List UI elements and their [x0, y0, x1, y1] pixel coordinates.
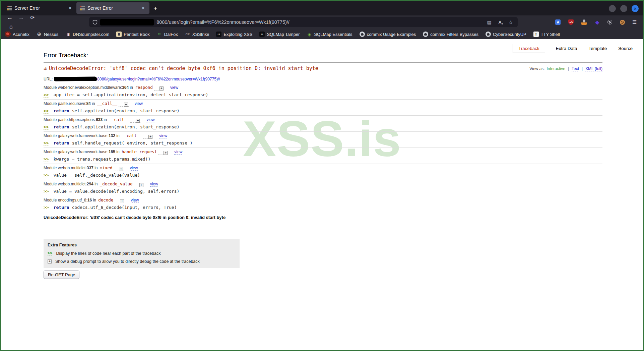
code-prompt[interactable]: >> — [44, 189, 49, 194]
expand-icon[interactable] — [124, 103, 128, 107]
page-action-icon[interactable] — [496, 18, 504, 26]
code-prompt[interactable]: >> — [44, 205, 49, 210]
tab-title: Server Error — [87, 5, 138, 11]
redaction — [54, 77, 97, 81]
bookmark-item[interactable]: commix Usage Examples — [360, 32, 416, 37]
module-label: Module — [44, 150, 57, 154]
expand-icon[interactable] — [148, 135, 152, 139]
bookmark-favicon — [116, 32, 122, 37]
view-link[interactable]: view — [135, 101, 143, 106]
url-text: 8080/user/login?email=%F6%22onmouseover=… — [156, 19, 289, 25]
bookmark-item[interactable]: DNSdumpster.com — [65, 32, 109, 37]
view-link[interactable]: view — [146, 117, 154, 122]
browser-tab[interactable]: Server Error ✕ — [3, 2, 76, 14]
extra-feature-icon[interactable]: >> — [48, 251, 52, 256]
traceback-nav-button[interactable]: Source — [618, 44, 633, 53]
extension-icon[interactable] — [568, 19, 574, 25]
traceback-frame: Module galaxy.web.framework.base185 in h… — [44, 148, 602, 164]
traceback-nav-button[interactable]: Extra Data — [555, 44, 578, 53]
expand-frame-button[interactable] — [134, 182, 144, 187]
window-control-button[interactable] — [609, 5, 616, 12]
bookmark-item[interactable]: Nessus — [37, 32, 58, 37]
expand-frame-button[interactable] — [143, 133, 153, 139]
extension-icon[interactable] — [581, 19, 587, 25]
module-label: Module — [44, 182, 57, 186]
traceback-nav-button[interactable]: Traceback — [513, 44, 545, 53]
code-prompt[interactable]: >> — [44, 124, 49, 130]
expand-frame-button[interactable] — [115, 198, 125, 203]
code-prompt[interactable]: >> — [44, 108, 49, 114]
window-controls — [609, 5, 641, 14]
code-prompt[interactable]: >> — [44, 140, 49, 146]
bookmark-item[interactable]: Pentest Book — [116, 32, 149, 37]
toolbar-nav-icon[interactable] — [5, 13, 15, 22]
code-text: self.application(environ, start_response… — [72, 124, 180, 129]
extension-icon[interactable] — [607, 20, 612, 24]
bookmark-item[interactable]: Exploiting XSS — [216, 32, 252, 37]
new-tab-button[interactable]: + — [149, 3, 162, 14]
expand-icon[interactable] — [120, 199, 124, 203]
bookmark-item[interactable]: TTY Shell — [533, 32, 560, 37]
view-link[interactable]: view — [170, 85, 178, 90]
traceback-frames: Module weberror.evalexception.middleware… — [44, 83, 602, 212]
bookmark-item[interactable]: SQLMap Essentials — [307, 32, 352, 37]
code-prompt[interactable]: >> — [44, 92, 49, 98]
page-action-icon[interactable] — [507, 18, 514, 26]
toolbar-nav-icon[interactable] — [27, 13, 38, 22]
expand-icon[interactable] — [136, 119, 140, 123]
page-action-icon[interactable] — [486, 18, 493, 26]
view-link[interactable]: view — [130, 166, 138, 171]
extension-icon[interactable] — [555, 19, 561, 25]
code-text: self.application(environ, start_response… — [72, 108, 180, 113]
address-bar[interactable]: 8080/user/login?email=%F6%22onmouseover=… — [89, 17, 518, 27]
view-link[interactable]: view — [150, 182, 158, 187]
expand-frame-button[interactable] — [158, 150, 168, 155]
bookmark-item[interactable]: Acunetix — [5, 32, 29, 37]
re-get-page-button[interactable]: Re-GET Page — [44, 271, 79, 279]
bookmark-item[interactable]: commix Filters Bypasses — [423, 32, 478, 37]
traceback-nav-button[interactable]: Template — [588, 44, 607, 53]
view-as-option[interactable]: Interactive — [546, 66, 565, 71]
tab-close-icon[interactable]: ✕ — [140, 5, 146, 11]
view-as-option[interactable]: XML (full) — [579, 66, 602, 71]
extra-feature-item: >> Display the lines of code near each p… — [48, 251, 235, 256]
bookmark-label: XSStrike — [192, 32, 209, 37]
line-number: 633 — [96, 117, 103, 122]
expand-icon[interactable] — [164, 151, 168, 155]
code-prompt[interactable]: >> — [44, 173, 49, 178]
tab-close-icon[interactable]: ✕ — [67, 5, 73, 11]
view-link[interactable]: view — [174, 150, 182, 155]
expand-frame-button[interactable] — [154, 85, 164, 91]
module-name: weberror.evalexception.middleware — [58, 85, 122, 90]
expand-frame-button[interactable] — [119, 101, 129, 107]
menu-icon[interactable] — [630, 17, 639, 27]
final-error-text: UnicodeDecodeError: 'utf8' codec can't d… — [44, 215, 602, 220]
window-control-button[interactable] — [632, 5, 639, 12]
toolbar-nav-icon[interactable] — [16, 13, 26, 22]
browser-tab[interactable]: Server Error ✕ — [76, 2, 149, 14]
window-control-button[interactable] — [620, 5, 627, 12]
bookmark-item[interactable]: CyberSecurityUP — [486, 32, 526, 37]
function-name: respond — [135, 85, 153, 90]
bookmark-item[interactable]: SQLMap Tamper — [259, 32, 300, 37]
expand-icon[interactable] — [159, 86, 164, 91]
expand-icon[interactable] — [119, 167, 123, 171]
view-link[interactable]: view — [159, 133, 167, 138]
expand-icon[interactable] — [139, 183, 143, 187]
bookmark-item[interactable]: DalFox — [157, 32, 178, 37]
extra-feature-icon[interactable]: + — [48, 259, 52, 264]
bookmark-label: DalFox — [164, 32, 178, 37]
extra-features-box: Extra Features >> Display the lines of c… — [44, 239, 240, 268]
request-url-link[interactable]: 8080/galaxy/user/login?email=%F6%22onmou… — [97, 77, 220, 81]
extension-icon[interactable] — [594, 19, 600, 25]
view-link[interactable]: view — [131, 198, 139, 203]
expand-frame-button[interactable] — [130, 117, 140, 123]
bookmark-favicon — [307, 32, 312, 37]
expand-frame-button[interactable] — [114, 166, 124, 171]
module-name: galaxy.web.framework.base — [58, 150, 109, 154]
code-prompt[interactable]: >> — [44, 157, 49, 162]
extra-feature-text: Display the lines of code near each part… — [56, 251, 160, 256]
extension-icon[interactable] — [620, 20, 625, 25]
bookmark-item[interactable]: XSStrike — [185, 32, 209, 37]
view-as-option[interactable]: Text — [565, 66, 579, 71]
